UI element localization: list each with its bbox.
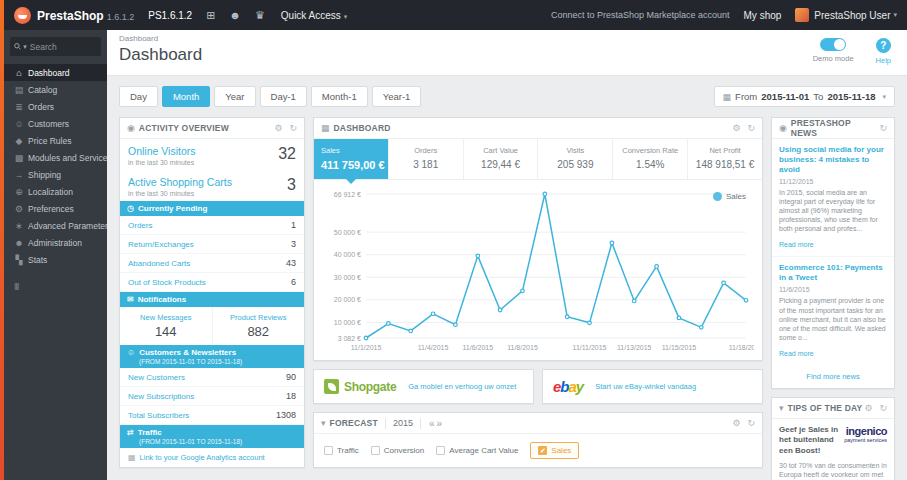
kpi-net-profit[interactable]: Net Profit148 918,51 € [688, 139, 762, 179]
sidebar-item-shipping[interactable]: →Shipping [4, 166, 107, 183]
new-customers-row[interactable]: New Customers90 [120, 368, 304, 387]
news-headline-link[interactable]: Ecommerce 101: Payments in a Tweet [779, 263, 887, 283]
svg-text:20 000 €: 20 000 € [334, 296, 361, 303]
news-headline-link[interactable]: Using social media for your business: 4 … [779, 145, 887, 175]
online-visitors-value: 32 [278, 145, 296, 163]
kpi-orders[interactable]: Orders3 181 [389, 139, 464, 179]
quick-access-menu[interactable]: Quick Access▾ [281, 10, 348, 21]
sidebar-item-localization[interactable]: ⊕Localization [4, 183, 107, 200]
search-input[interactable] [30, 42, 97, 52]
demo-mode-toggle[interactable] [820, 38, 846, 51]
range-month-1-button[interactable]: Month-1 [311, 86, 368, 107]
help-label[interactable]: Help [876, 56, 891, 65]
product-reviews-cell[interactable]: Product Reviews 882 [212, 307, 305, 345]
out-of-stock-row[interactable]: Out of Stock Products6 [120, 273, 304, 292]
shopgate-ad-link[interactable]: Ga mobiel en verhoog uw omzet [408, 382, 516, 391]
sidebar-item-stats[interactable]: ▚Stats [4, 251, 107, 268]
marketplace-link[interactable]: Connect to PrestaShop Marketplace accoun… [551, 10, 730, 20]
kpi-sales[interactable]: Sales411 759,00 € [314, 139, 389, 179]
gear-icon[interactable]: ⚙ [274, 123, 282, 133]
svg-text:30 000 €: 30 000 € [334, 274, 361, 281]
range-month-button[interactable]: Month [162, 86, 210, 107]
price-tag-icon: ◆ [13, 136, 25, 146]
employees-icon[interactable]: ☻ [229, 9, 241, 21]
sidebar-item-advanced-parameters[interactable]: ∗Advanced Parameters [4, 217, 107, 234]
sales-chart-svg: 66 912 €50 000 €40 000 €30 000 €20 000 €… [320, 186, 754, 354]
sidebar-item-catalog[interactable]: ▤Catalog [4, 81, 107, 98]
shop-name-link[interactable]: PS1.6.1.2 [148, 10, 192, 21]
sidebar-item-preferences[interactable]: ⚙Preferences [4, 200, 107, 217]
google-analytics-link[interactable]: ▦ Link to your Google Analytics account [120, 448, 304, 467]
trophy-icon[interactable]: ♛ [255, 9, 265, 22]
truck-icon: → [13, 170, 25, 180]
cart-icon[interactable]: ⊞ [206, 9, 215, 22]
forecast-next-button[interactable]: » [436, 418, 442, 429]
demo-mode-control: Demo mode [813, 38, 854, 65]
active-carts-link[interactable]: Active Shopping Carts [128, 176, 232, 188]
refresh-icon[interactable]: ↻ [289, 123, 297, 133]
sidebar-item-orders[interactable]: ≣Orders [4, 98, 107, 115]
checkbox-checked-icon: ✔ [538, 446, 547, 455]
sales-chart[interactable]: 66 912 €50 000 €40 000 €30 000 €20 000 €… [314, 180, 762, 360]
forecast-prev-button[interactable]: « [429, 418, 435, 429]
abandoned-carts-row[interactable]: Abandoned Carts43 [120, 254, 304, 273]
refresh-icon[interactable]: ↻ [747, 123, 755, 133]
sidebar-item-customers[interactable]: ☺Customers [4, 115, 107, 132]
kpi-visits[interactable]: Visits205 939 [538, 139, 613, 179]
pending-returns-row[interactable]: Return/Exchanges3 [120, 235, 304, 254]
pending-orders-row[interactable]: Orders1 [120, 216, 304, 235]
forecast-panel: ▾ FORECAST 2015 « » ⚙↻ Traffic Conversio… [313, 412, 763, 468]
my-shop-link[interactable]: My shop [744, 10, 782, 21]
sidebar-item-dashboard[interactable]: ⌂Dashboard [4, 64, 107, 81]
active-carts-row[interactable]: Active Shopping Carts in the last 30 min… [120, 170, 304, 201]
find-more-news-link[interactable]: Find more news [772, 365, 894, 388]
refresh-icon[interactable]: ↻ [879, 403, 887, 413]
svg-text:50 000 €: 50 000 € [334, 229, 361, 236]
search-scope-caret-icon[interactable]: ▾ [23, 43, 27, 51]
date-range-picker[interactable]: ▦ From 2015-11-01 To 2015-11-18 ▾ [714, 86, 895, 107]
kpi-conversion-rate[interactable]: Conversion Rate1.54% [613, 139, 688, 179]
active-carts-sub: in the last 30 minutes [128, 190, 232, 197]
user-menu[interactable]: PrestaShop User ▾ [795, 8, 897, 22]
svg-text:3 082 €: 3 082 € [338, 335, 361, 342]
range-year-1-button[interactable]: Year-1 [372, 86, 422, 107]
refresh-icon[interactable]: ↻ [879, 123, 887, 133]
brand: PrestaShop1.6.1.2 [37, 6, 134, 24]
sidebar-search[interactable]: ▾ [10, 37, 101, 56]
dashboard-panel: ▦ DASHBOARD ⚙↻ Sales411 759,00 € Orders3… [313, 117, 763, 361]
svg-text:66 912 €: 66 912 € [334, 191, 361, 198]
forecast-metric-conversion[interactable]: Conversion [371, 446, 424, 455]
range-day-1-button[interactable]: Day-1 [260, 86, 307, 107]
prestashop-logo-icon[interactable] [14, 7, 31, 24]
activity-panel-title: ACTIVITY OVERVIEW [139, 123, 229, 133]
gear-icon[interactable]: ⚙ [732, 123, 740, 133]
sidebar-item-administration[interactable]: ☻Administration [4, 234, 107, 251]
online-visitors-link[interactable]: Online Visitors [128, 145, 196, 157]
read-more-link[interactable]: Read more [779, 350, 814, 357]
sidebar-item-modules[interactable]: ▩Modules and Services [4, 149, 107, 166]
new-messages-cell[interactable]: New Messages 144 [120, 307, 212, 345]
chart-legend[interactable]: Sales [713, 192, 746, 201]
refresh-icon[interactable]: ↻ [747, 418, 755, 428]
chevron-down-icon[interactable]: ▾ [321, 418, 326, 428]
sidebar-item-price-rules[interactable]: ◆Price Rules [4, 132, 107, 149]
total-subscribers-row[interactable]: Total Subscribers1308 [120, 406, 304, 425]
chevron-down-icon[interactable]: ▾ [779, 403, 784, 413]
tips-body: Geef je Sales in het buitenland een Boos… [772, 419, 894, 480]
gear-icon[interactable]: ⚙ [864, 403, 872, 413]
tips-of-the-day-panel: ▾ TIPS OF THE DAY ⚙↻ Geef je Sales in he… [771, 397, 895, 480]
kpi-cart-value[interactable]: Cart Value129,44 € [464, 139, 539, 179]
gear-icon[interactable]: ⚙ [732, 418, 740, 428]
forecast-metric-sales[interactable]: ✔Sales [530, 442, 579, 459]
range-year-button[interactable]: Year [214, 86, 255, 107]
read-more-link[interactable]: Read more [779, 241, 814, 248]
new-subscriptions-row[interactable]: New Subscriptions18 [120, 387, 304, 406]
ebay-ad-link[interactable]: Start uw eBay-winkel vandaag [595, 382, 696, 391]
forecast-metric-average-cart-value[interactable]: Average Cart Value [436, 446, 518, 455]
range-day-button[interactable]: Day [119, 86, 158, 107]
forecast-metric-traffic[interactable]: Traffic [324, 446, 359, 455]
customers-date-range: (FROM 2015-11-01 TO 2015-11-18) [127, 358, 297, 365]
online-visitors-row[interactable]: Online Visitors in the last 30 minutes 3… [120, 139, 304, 170]
help-icon[interactable]: ? [876, 38, 891, 53]
sidebar-collapse-toggle[interactable]: ‖‖ [14, 282, 107, 292]
